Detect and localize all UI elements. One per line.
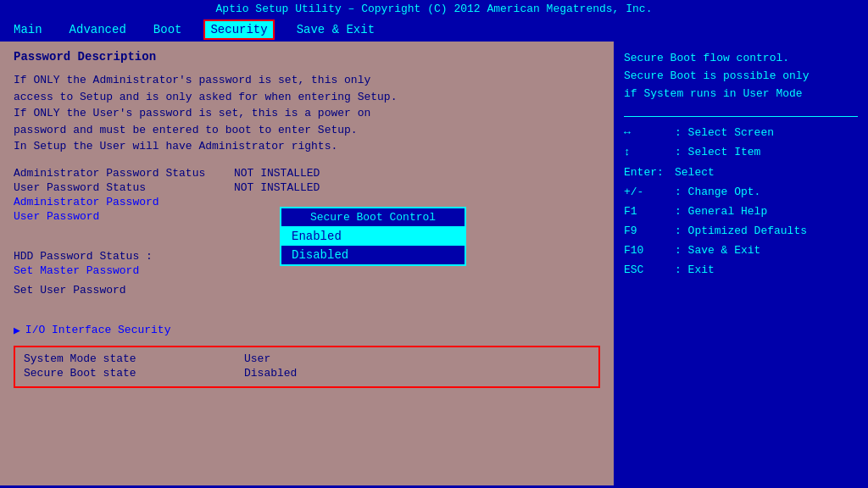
system-mode-value: User: [244, 352, 270, 365]
system-mode-row: System Mode state User: [24, 352, 590, 365]
popup-disabled[interactable]: Disabled: [281, 246, 465, 264]
shortcut-desc-select-item: : Select Item: [675, 143, 760, 162]
main-area: Password Description If ONLY the Adminis…: [0, 42, 868, 485]
nav-boot[interactable]: Boot: [148, 21, 187, 38]
right-panel: Secure Boot flow control. Secure Boot is…: [614, 42, 868, 485]
shortcut-key-f10: F10: [624, 241, 675, 260]
admin-password-status-label: Administrator Password Status: [14, 167, 234, 180]
nav-bar: Main Advanced Boot Security Save & Exit: [0, 18, 868, 42]
shortcut-key-enter: Enter:: [624, 164, 675, 182]
set-master-password-row: Set Master Password: [14, 264, 600, 282]
shortcut-desc-esc: : Exit: [675, 261, 715, 280]
title-bar: Aptio Setup Utility – Copyright (C) 2012…: [0, 0, 868, 18]
desc-line-2: access to Setup and is only asked for wh…: [14, 91, 397, 103]
user-password-status-value: NOT INSTALLED: [234, 181, 320, 194]
nav-main[interactable]: Main: [8, 21, 47, 38]
admin-password-status-row: Administrator Password Status NOT INSTAL…: [14, 167, 600, 180]
admin-password-status-value: NOT INSTALLED: [234, 167, 320, 180]
shortcut-f1: F1 : General Help: [624, 202, 858, 221]
popup-enabled[interactable]: Enabled: [281, 227, 465, 246]
nav-advanced[interactable]: Advanced: [64, 21, 131, 38]
title-text: Aptio Setup Utility – Copyright (C) 2012…: [216, 3, 653, 15]
shortcut-desc-f1: : General Help: [675, 202, 767, 221]
shortcut-desc-enter: Select: [675, 164, 715, 182]
popup-title: Secure Boot Control: [281, 208, 465, 227]
user-password-status-label: User Password Status: [14, 181, 234, 194]
shortcut-key-plus-minus: +/-: [624, 183, 675, 202]
secure-boot-popup: Secure Boot Control Enabled Disabled: [280, 207, 466, 266]
set-user-password-label: Set User Password: [14, 284, 234, 297]
left-panel: Password Description If ONLY the Adminis…: [0, 42, 614, 485]
shortcut-key-esc: ESC: [624, 261, 675, 280]
admin-password-link[interactable]: Administrator Password: [14, 196, 234, 208]
user-password-link[interactable]: User Password: [14, 210, 234, 223]
help-line-3: if System runs in User Mode: [624, 87, 803, 100]
shortcut-f10: F10 : Save & Exit: [624, 241, 858, 260]
bottom-section: System Mode state User Secure Boot state…: [14, 346, 600, 388]
secure-boot-state-value: Disabled: [244, 367, 297, 380]
nav-security[interactable]: Security: [203, 19, 274, 40]
io-arrow-icon: ▶: [14, 324, 20, 337]
set-master-password-link[interactable]: Set Master Password: [14, 264, 139, 277]
help-line-2: Secure Boot is possible only: [624, 69, 809, 82]
shortcut-desc-f10: : Save & Exit: [675, 241, 760, 260]
set-user-password-row: Set User Password: [14, 284, 600, 297]
desc-line-4: password and must be entered to boot to …: [14, 124, 358, 136]
description-text: If ONLY the Administrator's password is …: [14, 72, 600, 155]
io-interface-row: ▶ I/O Interface Security: [14, 324, 600, 337]
io-interface-link[interactable]: I/O Interface Security: [25, 324, 171, 337]
shortcut-key-arrows-ud: ↕: [624, 143, 675, 162]
divider2: [14, 303, 600, 317]
secure-boot-state-label: Secure Boot state: [24, 367, 244, 380]
desc-line-3: If ONLY the User's password is set, this…: [14, 107, 370, 119]
shortcut-change-opt: +/- : Change Opt.: [624, 183, 858, 202]
shortcut-enter: Enter: Select: [624, 164, 858, 182]
password-description-title: Password Description: [14, 50, 600, 64]
shortcut-select-item: ↕ : Select Item: [624, 143, 858, 162]
desc-line-5: In Setup the User will have Administrato…: [14, 140, 337, 152]
desc-line-1: If ONLY the Administrator's password is …: [14, 74, 370, 86]
shortcut-desc-select-screen: : Select Screen: [675, 124, 774, 142]
shortcut-esc: ESC : Exit: [624, 261, 858, 280]
shortcut-key-f1: F1: [624, 202, 675, 221]
divider-line: [624, 116, 858, 117]
shortcut-select-screen: ↔ : Select Screen: [624, 124, 858, 142]
nav-save-exit[interactable]: Save & Exit: [292, 21, 380, 38]
shortcut-key-arrows-lr: ↔: [624, 124, 675, 142]
help-text: Secure Boot flow control. Secure Boot is…: [624, 50, 858, 103]
user-password-status-row: User Password Status NOT INSTALLED: [14, 181, 600, 194]
shortcut-desc-f9: : Optimized Defaults: [675, 222, 807, 241]
help-line-1: Secure Boot flow control.: [624, 52, 789, 64]
shortcut-f9: F9 : Optimized Defaults: [624, 222, 858, 241]
shortcut-key-f9: F9: [624, 222, 675, 241]
secure-boot-state-row: Secure Boot state Disabled: [24, 367, 590, 380]
hdd-password-label: HDD Password Status :: [14, 250, 234, 263]
shortcut-desc-change-opt: : Change Opt.: [675, 183, 760, 202]
system-mode-label: System Mode state: [24, 352, 244, 365]
